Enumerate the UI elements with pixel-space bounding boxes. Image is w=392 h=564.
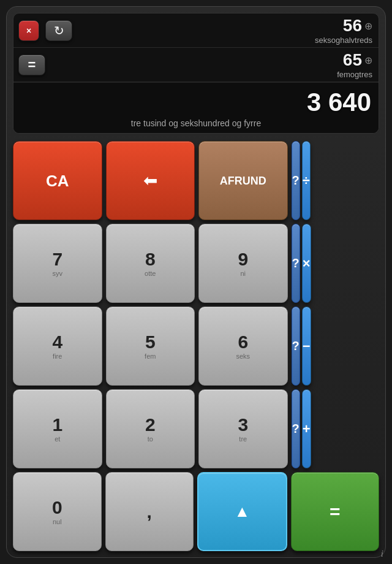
key-3[interactable]: 3 tre <box>198 389 288 468</box>
number-value-1: 56 <box>343 16 362 36</box>
key-2[interactable]: 2 to <box>106 389 195 468</box>
value-container-2: 65 ⊕ femogtres <box>13 48 379 82</box>
key-4[interactable]: 4 fire <box>13 307 102 386</box>
up-arrow-icon: ▲ <box>234 502 250 521</box>
display-row-2: = 65 ⊕ femogtres <box>13 48 379 82</box>
key-row-3: 4 fire 5 fem 6 seks ? − <box>13 307 379 386</box>
multiply-button[interactable]: × <box>302 224 311 303</box>
backspace-icon: ⬅ <box>143 170 157 191</box>
number-zoom-1: 56 ⊕ <box>343 16 372 36</box>
number-value-2: 65 <box>343 50 362 70</box>
question-plus-container: ? + <box>292 389 380 468</box>
key-row-1: CA ⬅ AFRUND ? ÷ <box>13 141 379 220</box>
word-value-1: seksoghalvtreds <box>315 36 372 45</box>
key-row-2: 7 syv 8 otte 9 ni ? × <box>13 224 379 303</box>
key-row-4: 1 et 2 to 3 tre ? + <box>13 389 379 468</box>
question-minus-container: ? − <box>292 307 380 386</box>
key-7[interactable]: 7 syv <box>13 224 102 303</box>
key-5[interactable]: 5 fem <box>106 307 195 386</box>
equals-display-button[interactable]: = <box>18 55 45 75</box>
display-area: × ↻ 56 ⊕ seksoghalvtreds = 65 ⊕ <box>13 13 379 134</box>
key-1[interactable]: 1 et <box>13 389 102 468</box>
close-button[interactable]: × <box>18 20 39 41</box>
info-icon[interactable]: i <box>381 549 383 559</box>
calculator: × ↻ 56 ⊕ seksoghalvtreds = 65 ⊕ <box>6 6 386 558</box>
key-8[interactable]: 8 otte <box>106 224 195 303</box>
refresh-button[interactable]: ↻ <box>45 20 72 41</box>
equals-button[interactable]: = <box>291 472 380 551</box>
question-button-4[interactable]: ? <box>292 389 300 468</box>
keypad: CA ⬅ AFRUND ? ÷ 7 syv <box>13 141 379 551</box>
key-row-5: 0 nul , ▲ = <box>13 472 379 551</box>
afrund-button[interactable]: AFRUND <box>198 141 288 220</box>
ca-button[interactable]: CA <box>13 141 102 220</box>
question-button-3[interactable]: ? <box>292 307 300 386</box>
key-9[interactable]: 9 ni <box>198 224 288 303</box>
divide-button[interactable]: ÷ <box>302 141 311 220</box>
key-0[interactable]: 0 nul <box>13 472 102 551</box>
minus-button[interactable]: − <box>302 307 311 386</box>
up-arrow-button[interactable]: ▲ <box>197 472 287 551</box>
zoom-icon-1[interactable]: ⊕ <box>364 20 372 32</box>
display-row-1: × ↻ 56 ⊕ seksoghalvtreds <box>13 13 379 48</box>
question-button-2[interactable]: ? <box>292 224 300 303</box>
question-divide-container: ? ÷ <box>292 141 380 220</box>
result-row: 3 640 tre tusind og sekshundred og fyrre <box>13 82 379 133</box>
key-6[interactable]: 6 seks <box>198 307 288 386</box>
backspace-button[interactable]: ⬅ <box>106 141 195 220</box>
question-multiply-container: ? × <box>292 224 380 303</box>
key-comma[interactable]: , <box>105 472 194 551</box>
plus-button[interactable]: + <box>302 389 311 468</box>
question-button-1[interactable]: ? <box>292 141 300 220</box>
word-value-2: femogtres <box>337 70 372 79</box>
zoom-icon-2[interactable]: ⊕ <box>364 55 372 66</box>
number-zoom-2: 65 ⊕ <box>343 50 372 70</box>
result-number: 3 640 <box>13 83 379 118</box>
result-word: tre tusind og sekshundred og fyrre <box>13 118 379 133</box>
